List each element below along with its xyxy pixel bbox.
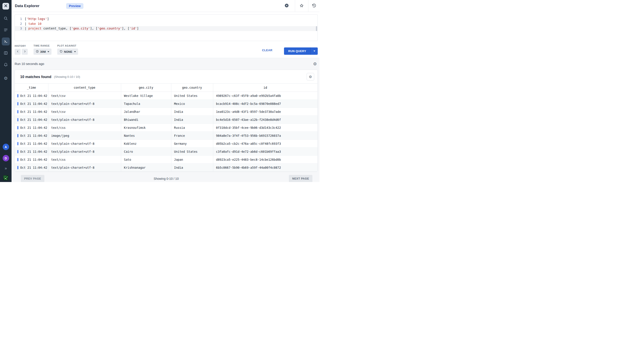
code-text: | take 10 (25, 22, 42, 26)
line-number: 2 (15, 22, 22, 26)
app-logo[interactable] (3, 3, 9, 10)
table-cell: Oct 21 11:04:42 (15, 92, 48, 100)
editor-line[interactable]: 1['http-logs'] (15, 17, 317, 22)
editor-line[interactable]: 2| take 10 (15, 22, 317, 26)
editor-line[interactable]: 3| project content_type, ['geo.city'], [… (15, 26, 317, 31)
table-row[interactable]: Oct 21 11:04:42text/plain-charset=utf-8K… (15, 164, 317, 172)
star-button[interactable] (298, 2, 305, 10)
table-row[interactable]: Oct 21 11:04:42text/plain-charset=utf-8T… (15, 100, 317, 108)
table-cell: d8923ca5-e225-4483-bec8-14cbe126bd0b (213, 156, 317, 164)
table-row[interactable]: Oct 21 11:04:42text/csvWestlake VillageU… (15, 92, 317, 100)
table-cell: United States (171, 148, 213, 156)
history-group: HISTORY (15, 44, 28, 55)
run-query-dropdown-button[interactable] (310, 48, 318, 55)
sidebar-item-settings[interactable]: ⚙ (2, 74, 10, 82)
prev-page-button[interactable]: PREV PAGE (21, 175, 44, 182)
chevron-down-icon (48, 51, 49, 52)
table-cell: Oct 21 11:04:42 (15, 148, 48, 156)
table-cell: text/css (48, 124, 121, 132)
table-cell: Tapachula (121, 100, 171, 108)
run-query-button[interactable]: RUN QUERY (284, 48, 310, 55)
table-cell: Krishnanagar (121, 164, 171, 172)
clear-button[interactable]: CLEAR (261, 48, 274, 53)
sidebar-item-search[interactable] (2, 14, 10, 22)
history-label: HISTORY (15, 44, 28, 47)
editor-scrollbar[interactable] (316, 26, 317, 31)
topbar: Data Explorer Preview (12, 0, 320, 12)
dashboards-icon (4, 51, 8, 55)
table-cell: bc4e5d16-6507-43ae-a12b-f2438e8d4d6f (213, 116, 317, 124)
history-clock-icon (60, 50, 63, 54)
row-indicator (17, 150, 19, 153)
column-header[interactable]: _time (15, 84, 48, 92)
help-button[interactable] (283, 2, 290, 10)
column-header[interactable]: geo.country (171, 84, 213, 92)
table-cell: Oct 21 11:04:42 (15, 164, 48, 172)
table-row[interactable]: Oct 21 11:04:42text/cssKrasnoufimskRussi… (15, 124, 317, 132)
row-indicator (17, 142, 19, 145)
table-cell: text/css (48, 156, 121, 164)
chevron-right-icon (23, 50, 27, 54)
table-row[interactable]: Oct 21 11:04:42text/cssSatoJapand8923ca5… (15, 156, 317, 164)
time-range-button[interactable]: 30M (34, 48, 52, 55)
query-history-button[interactable] (311, 2, 317, 10)
status-row: Run 10 seconds ago ⚙ (15, 58, 318, 70)
help-circle-icon (284, 3, 289, 9)
table-row[interactable]: Oct 21 11:04:42text/csvJalandharIndia1ea… (15, 108, 317, 116)
results-card: 10 matches found (Showing 0-10 / 10) ⚙ _… (15, 70, 318, 172)
table-cell: Oct 21 11:04:42 (15, 100, 48, 108)
row-indicator (17, 166, 19, 169)
sidebar-item-datasets[interactable] (2, 26, 10, 34)
table-cell: 0f310dcd-35bf-4cee-9b06-d3d143c3c422 (213, 124, 317, 132)
datasets-icon (4, 28, 8, 32)
sidebar-nav: ⚙ (2, 14, 10, 82)
query-toolbar: HISTORY TIME RANGE 30M (15, 44, 318, 55)
table-cell: text/plain-charset=utf-8 (48, 148, 121, 156)
table-cell: text/csv (48, 92, 121, 100)
column-header[interactable]: content_type (48, 84, 121, 92)
table-cell: 984a8e7a-3f4f-4f53-956b-b6915726037a (213, 132, 317, 140)
sidebar-item-explore[interactable] (2, 38, 10, 46)
sidebar-expand-button[interactable]: » (5, 166, 7, 170)
row-indicator (17, 158, 19, 161)
column-header[interactable]: id (213, 84, 317, 92)
code-text: | project content_type, ['geo.city'], ['… (25, 26, 139, 31)
table-row[interactable]: Oct 21 11:04:42text/plain-charset=utf-8C… (15, 148, 317, 156)
query-editor[interactable]: 1['http-logs']2| take 103| project conte… (15, 14, 318, 41)
line-number: 1 (15, 17, 22, 22)
table-row[interactable]: Oct 21 11:04:42image/jpegNantesFrance984… (15, 132, 317, 140)
column-header[interactable]: geo.city (121, 84, 171, 92)
gear-icon: ⚙ (4, 76, 8, 80)
table-cell: Germany (171, 140, 213, 148)
code-text: ['http-logs'] (25, 17, 49, 22)
query-panel: 1['http-logs']2| take 103| project conte… (12, 12, 320, 58)
table-cell: Bhiwandi (121, 116, 171, 124)
plot-against-button[interactable]: NONE (57, 48, 78, 55)
results-table: _timecontent_typegeo.citygeo.countryid O… (15, 83, 317, 172)
row-indicator (17, 134, 19, 137)
region-settings-button[interactable]: ⚙ (313, 62, 317, 66)
next-page-button[interactable]: NEXT PAGE (289, 175, 312, 182)
results-settings-button[interactable]: ⚙ (307, 73, 314, 80)
table-cell: text/csv (48, 108, 121, 116)
user-avatar-d[interactable]: D (3, 155, 9, 162)
table-cell: Mexico (171, 100, 213, 108)
table-cell: Russia (171, 124, 213, 132)
table-cell: 4989267c-c63f-45f0-a9a0-e992b5a4fa0b (213, 92, 317, 100)
user-avatar-a[interactable]: A (3, 144, 9, 150)
table-cell: Oct 21 11:04:42 (15, 132, 48, 140)
table-row[interactable]: Oct 21 11:04:42text/plain-charset=utf-8B… (15, 116, 317, 124)
sidebar-item-notifications[interactable] (2, 60, 10, 68)
workspace-avatar[interactable] (3, 175, 9, 180)
history-prev-button[interactable] (15, 49, 21, 55)
table-row[interactable]: Oct 21 11:04:42text/plain-charset=utf-8K… (15, 140, 317, 148)
table-cell: Sato (121, 156, 171, 164)
row-indicator (17, 126, 19, 129)
sidebar-bottom: A D » (3, 144, 9, 180)
history-next-button[interactable] (22, 49, 28, 55)
sidebar-item-dashboards[interactable] (2, 49, 10, 57)
table-cell: Oct 21 11:04:42 (15, 116, 48, 124)
results-subtitle: (Showing 0-10 / 10) (54, 75, 80, 78)
row-indicator (17, 94, 19, 97)
table-cell: 6b5c0667-5b90-4b69-a59f-44a00f4c0872 (213, 164, 317, 172)
